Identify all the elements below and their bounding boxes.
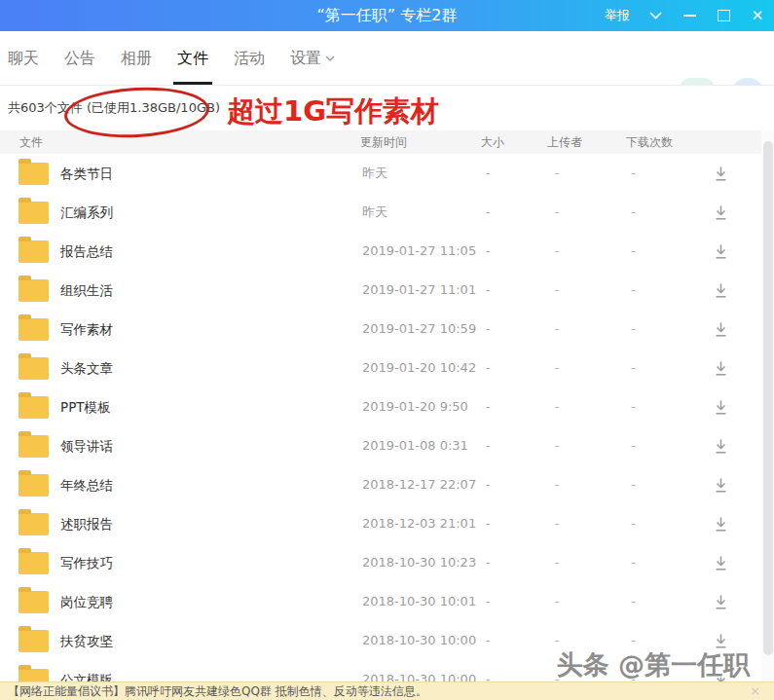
download-icon[interactable] — [712, 554, 729, 571]
tab-label: 聊天 — [8, 31, 39, 86]
download-icon[interactable] — [712, 320, 729, 338]
folder-icon — [18, 474, 49, 497]
download-icon[interactable] — [712, 203, 729, 221]
file-name: 汇编系列 — [60, 193, 113, 232]
table-row[interactable]: 年终总结 2018-12-17 22:07 - - - — [0, 465, 774, 504]
download-icon[interactable] — [712, 437, 729, 455]
tab-label: 活动 — [234, 31, 265, 86]
updated-time: 2019-01-27 11:05 — [362, 232, 476, 271]
folder-icon — [18, 591, 49, 613]
download-count: - — [631, 543, 636, 582]
folder-icon — [18, 318, 49, 341]
download-icon[interactable] — [712, 359, 729, 377]
report-link[interactable]: 举报 — [605, 7, 630, 24]
file-name: 公文模版 — [60, 660, 113, 682]
download-count: - — [631, 232, 636, 271]
tab-label: 设置 — [290, 31, 321, 86]
download-count: - — [631, 387, 636, 426]
folder-icon — [18, 630, 49, 652]
notice-text: 【网络正能量倡议书】腾讯呼吁网友共建绿色QQ群 抵制色情、反动等违法信息。 — [8, 682, 427, 700]
download-icon[interactable] — [712, 398, 729, 416]
download-icon[interactable] — [712, 515, 729, 533]
download-icon[interactable] — [712, 242, 729, 260]
folder-icon — [18, 396, 49, 419]
header-updated: 更新时间 — [360, 130, 407, 154]
updated-time: 2018-10-30 10:00 — [362, 621, 476, 660]
folder-icon — [18, 357, 49, 380]
updated-time: 昨天 — [362, 154, 387, 193]
nav-tab-5[interactable]: 设置 — [290, 31, 335, 86]
nav-tab-2[interactable]: 相册 — [121, 31, 152, 86]
download-icon[interactable] — [712, 476, 729, 494]
file-name: 报告总结 — [60, 232, 113, 271]
updated-time: 2018-12-17 22:07 — [362, 465, 476, 504]
updated-time: 2019-01-20 10:42 — [362, 349, 476, 387]
download-icon[interactable] — [712, 165, 729, 182]
table-row[interactable]: 汇编系列 昨天 - - - — [0, 193, 774, 232]
nav-bar: 聊天 公告 相册 文件 活动 设置 — [0, 31, 774, 86]
folder-icon — [18, 513, 49, 535]
download-icon[interactable] — [712, 593, 729, 610]
file-size: - — [486, 660, 491, 682]
nav-tab-0[interactable]: 聊天 — [8, 31, 39, 86]
folder-icon — [18, 163, 49, 185]
table-row[interactable]: 各类节日 昨天 - - - — [0, 154, 774, 193]
folder-icon — [18, 435, 49, 458]
file-count: 共603个文件 — [8, 100, 83, 115]
nav-tab-4[interactable]: 活动 — [234, 31, 265, 86]
table-row[interactable]: 头条文章 2019-01-20 10:42 - - - — [0, 349, 774, 387]
maximize-button[interactable] — [715, 7, 732, 24]
file-size: - — [486, 232, 491, 271]
file-name: 岗位竞聘 — [60, 582, 113, 621]
table-row[interactable]: 写作素材 2019-01-27 10:59 - - - — [0, 310, 774, 349]
file-name: 各类节日 — [60, 154, 113, 193]
header-uploader: 上传者 — [547, 130, 582, 154]
table-row[interactable]: 岗位竞聘 2018-10-30 10:01 - - - — [0, 582, 774, 621]
header-file: 文件 — [19, 130, 43, 154]
download-count: - — [631, 310, 636, 349]
updated-time: 2019-01-27 11:01 — [362, 271, 476, 310]
table-row[interactable]: PPT模板 2019-01-20 9:50 - - - — [0, 387, 774, 426]
folder-icon — [18, 552, 49, 574]
download-count: - — [631, 465, 636, 504]
nav-tab-3[interactable]: 文件 — [177, 31, 208, 86]
table-header: 文件 更新时间 大小 上传者 下载次数 — [0, 130, 774, 154]
file-size: - — [486, 504, 491, 543]
table-row[interactable]: 领导讲话 2019-01-08 0:31 - - - — [0, 426, 774, 465]
file-size: - — [486, 543, 491, 582]
close-icon[interactable]: ✕ — [749, 7, 766, 24]
chevron-down-icon[interactable] — [646, 7, 664, 24]
scrollbar-track[interactable] — [761, 130, 774, 682]
updated-time: 昨天 — [362, 193, 387, 232]
nav-tabs: 聊天 公告 相册 文件 活动 设置 — [8, 31, 335, 86]
updated-time: 2018-10-30 10:23 — [362, 543, 476, 582]
updated-time: 2019-01-20 9:50 — [362, 387, 468, 426]
file-size: - — [486, 271, 491, 310]
folder-icon — [18, 279, 49, 302]
file-name: 扶贫攻坚 — [60, 621, 113, 660]
uploader: - — [555, 387, 560, 426]
nav-tab-1[interactable]: 公告 — [64, 31, 95, 86]
file-size: - — [486, 582, 491, 621]
scrollbar-thumb[interactable] — [763, 141, 773, 655]
file-name: 组织生活 — [60, 271, 113, 310]
download-count: - — [631, 154, 636, 193]
chevron-down-icon — [325, 55, 335, 61]
download-icon[interactable] — [712, 281, 729, 299]
file-name: PPT模板 — [60, 387, 111, 426]
table-row[interactable]: 写作技巧 2018-10-30 10:23 - - - — [0, 543, 774, 582]
minimize-button[interactable] — [681, 7, 698, 24]
table-row[interactable]: 述职报告 2018-12-03 21:01 - - - — [0, 504, 774, 543]
file-size: - — [486, 465, 491, 504]
uploader: - — [555, 426, 560, 465]
notice-close-icon[interactable]: × — [750, 682, 760, 700]
table-row[interactable]: 报告总结 2019-01-27 11:05 - - - — [0, 232, 774, 271]
group-file-window: “第一任职” 专栏2群 举报 ✕ 聊天 公告 相册 文件 活动 设置 — [0, 0, 774, 700]
table-row[interactable]: 组织生活 2019-01-27 11:01 - - - — [0, 271, 774, 310]
file-size: - — [486, 349, 491, 387]
file-size: - — [486, 193, 491, 232]
title-bar: “第一任职” 专栏2群 举报 ✕ — [0, 0, 774, 31]
download-count: - — [631, 426, 636, 465]
header-downloads: 下载次数 — [626, 130, 673, 154]
download-count: - — [631, 271, 636, 310]
